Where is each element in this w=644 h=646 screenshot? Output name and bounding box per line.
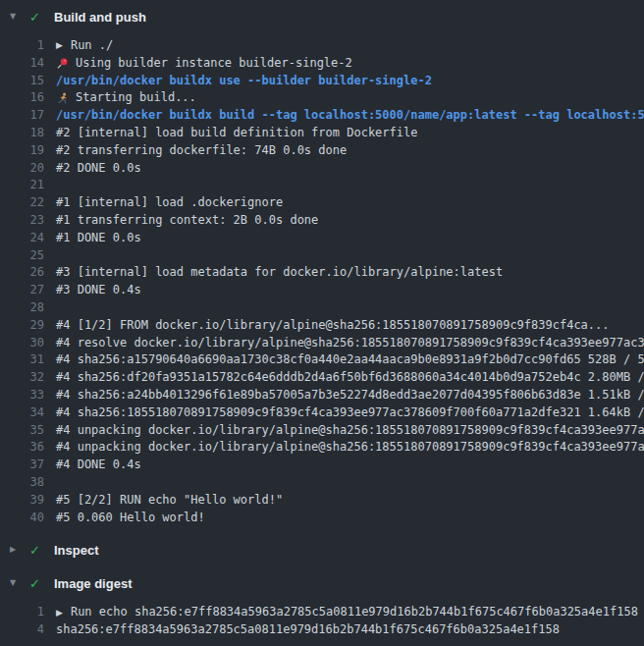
log-line: 16 Starting build...	[0, 89, 644, 107]
log-line-number: 21	[0, 177, 44, 194]
log-line-text: sha256:e7ff8834a5963a2785c5a0811e979d16b…	[44, 621, 560, 639]
log-line-content: #2 [internal] load build definition from…	[56, 125, 417, 142]
log-line-text: #1 transferring context: 2B 0.0s done	[44, 212, 318, 230]
log-line-number: 20	[0, 160, 44, 178]
log-line-number: 27	[0, 282, 44, 299]
log-line-content: #5 [2/2] RUN echo "Hello world!"	[56, 492, 283, 510]
log-line-text: #4 unpacking docker.io/library/alpine@sh…	[44, 422, 644, 440]
log-line-text: #4 [1/2] FROM docker.io/library/alpine@s…	[44, 317, 610, 335]
log-line-number: 30	[0, 335, 44, 352]
log-line: 1 ▶Run echo sha256:e7ff8834a5963a2785c5a…	[0, 604, 644, 621]
log-group-build-and-push: ▼ ✓ Build and push 1 ▶Run ./ 14 Using bu…	[0, 0, 644, 533]
expand-run-icon[interactable]: ▶	[56, 609, 63, 618]
log-line-number: 14	[0, 55, 44, 73]
chevron-right-icon[interactable]: ▶	[10, 546, 26, 554]
log-line-number: 4	[0, 621, 44, 639]
log-line-content: #4 sha256:a24bb4013296f61e89ba57005a7b3e…	[56, 387, 644, 404]
log-group-title: Image digest	[54, 576, 132, 591]
log-line-text	[44, 474, 56, 492]
log-line: 33 #4 sha256:a24bb4013296f61e89ba57005a7…	[0, 387, 644, 404]
log-line-content: #1 [internal] load .dockerignore	[56, 194, 283, 212]
log-line-content: #4 DONE 0.4s	[56, 457, 141, 474]
log-line: 40 #5 0.060 Hello world!	[0, 510, 644, 527]
log-line-text: #1 DONE 0.0s	[44, 230, 141, 247]
log-line: 34 #4 sha256:185518070891758909c9f839cf4…	[0, 404, 644, 422]
log-line: 37 #4 DONE 0.4s	[0, 457, 644, 474]
log-line-text	[44, 177, 56, 194]
log-line: 28	[0, 299, 644, 317]
log-group-image-digest: ▼ ✓ Image digest 1 ▶Run echo sha256:e7ff…	[0, 566, 644, 646]
log-line-content: /usr/bin/docker buildx use --builder bui…	[56, 73, 432, 90]
log-line-number: 19	[0, 142, 44, 160]
log-line-number: 26	[0, 264, 44, 282]
log-line: 25	[0, 247, 644, 265]
log-line-content: sha256:e7ff8834a5963a2785c5a0811e979d16b…	[56, 621, 560, 639]
log-line-content: #1 DONE 0.0s	[56, 230, 141, 247]
log-line-number: 34	[0, 404, 44, 422]
log-line-number: 1	[0, 37, 44, 55]
log-line-content: #2 DONE 0.0s	[56, 160, 141, 178]
log-line-number: 18	[0, 125, 44, 142]
log-line-content: #4 [1/2] FROM docker.io/library/alpine@s…	[56, 317, 610, 335]
log-line-content: #3 [internal] load metadata for docker.i…	[56, 264, 503, 282]
expand-run-icon[interactable]: ▶	[56, 41, 63, 50]
chevron-down-icon[interactable]: ▼	[10, 13, 26, 21]
log-line: 21	[0, 177, 644, 194]
log-line: 1 ▶Run ./	[0, 37, 644, 55]
log-line-content: Run ./	[71, 37, 113, 55]
log-line-text: #3 [internal] load metadata for docker.i…	[44, 264, 503, 282]
log-line-text: Using builder instance builder-single-2	[44, 55, 352, 73]
log-line: 20 #2 DONE 0.0s	[0, 160, 644, 178]
log-line-text	[44, 299, 56, 317]
success-check-icon: ✓	[29, 11, 48, 24]
log-line-text: #4 DONE 0.4s	[44, 457, 141, 474]
log-line-text: #4 sha256:df20fa9351a15782c64e6dddb2d4a6…	[44, 369, 644, 387]
log-line-number: 33	[0, 387, 44, 404]
log-line-content: #2 transferring dockerfile: 74B 0.0s don…	[56, 142, 347, 160]
log-line: 31 #4 sha256:a15790640a6690aa1730c38cf0a…	[0, 351, 644, 369]
log-lines: 1 ▶Run ./ 14 Using builder instance buil…	[0, 33, 644, 533]
log-line-text: /usr/bin/docker buildx build --tag local…	[44, 107, 644, 125]
log-line-number: 22	[0, 194, 44, 212]
log-line-text: #3 DONE 0.4s	[44, 282, 141, 299]
log-group-header-inspect[interactable]: ▶ ✓ Inspect	[0, 533, 644, 566]
log-line-text: #2 [internal] load build definition from…	[44, 125, 417, 142]
log-line-content: #4 unpacking docker.io/library/alpine@sh…	[56, 439, 644, 457]
log-line-number: 1	[0, 604, 44, 621]
log-line-content: #5 0.060 Hello world!	[56, 510, 205, 527]
log-line: 30 #4 resolve docker.io/library/alpine@s…	[0, 335, 644, 352]
chevron-down-icon[interactable]: ▼	[10, 579, 26, 587]
log-line: 15 /usr/bin/docker buildx use --builder …	[0, 73, 644, 90]
log-line: 24 #1 DONE 0.0s	[0, 230, 644, 247]
log-line-number: 28	[0, 299, 44, 317]
log-line-number: 24	[0, 230, 44, 247]
log-group-header-image-digest[interactable]: ▼ ✓ Image digest	[0, 566, 644, 600]
log-line: 27 #3 DONE 0.4s	[0, 282, 644, 299]
log-line-text: ▶Run ./	[44, 37, 113, 55]
log-line-content: Starting build...	[76, 89, 196, 107]
workflow-log: ▼ ✓ Build and push 1 ▶Run ./ 14 Using bu…	[0, 0, 644, 646]
log-line-text: #1 [internal] load .dockerignore	[44, 194, 283, 212]
log-line-number: 35	[0, 422, 44, 440]
log-line-content: Run echo sha256:e7ff8834a5963a2785c5a081…	[71, 604, 638, 621]
log-line-text: /usr/bin/docker buildx use --builder bui…	[44, 73, 432, 90]
runner-icon	[56, 92, 69, 105]
log-line: 32 #4 sha256:df20fa9351a15782c64e6dddb2d…	[0, 369, 644, 387]
log-line-text: #2 transferring dockerfile: 74B 0.0s don…	[44, 142, 347, 160]
log-line: 4 sha256:e7ff8834a5963a2785c5a0811e979d1…	[0, 621, 644, 639]
log-line: 14 Using builder instance builder-single…	[0, 55, 644, 73]
log-group-header-build-and-push[interactable]: ▼ ✓ Build and push	[0, 0, 644, 33]
log-line: 36 #4 unpacking docker.io/library/alpine…	[0, 439, 644, 457]
log-line: 19 #2 transferring dockerfile: 74B 0.0s …	[0, 142, 644, 160]
log-line-content: #4 unpacking docker.io/library/alpine@sh…	[56, 422, 644, 440]
log-line-content: #4 sha256:df20fa9351a15782c64e6dddb2d4a6…	[56, 369, 644, 387]
log-lines: 1 ▶Run echo sha256:e7ff8834a5963a2785c5a…	[0, 600, 644, 646]
log-line: 26 #3 [internal] load metadata for docke…	[0, 264, 644, 282]
log-group-title: Build and push	[54, 10, 146, 25]
log-line-number: 32	[0, 369, 44, 387]
log-line-text	[44, 247, 56, 265]
log-line-content: #3 DONE 0.4s	[56, 282, 141, 299]
log-line: 17 /usr/bin/docker buildx build --tag lo…	[0, 107, 644, 125]
log-line-content: #4 sha256:a15790640a6690aa1730c38cf0a440…	[56, 351, 644, 369]
success-check-icon: ✓	[29, 577, 48, 590]
